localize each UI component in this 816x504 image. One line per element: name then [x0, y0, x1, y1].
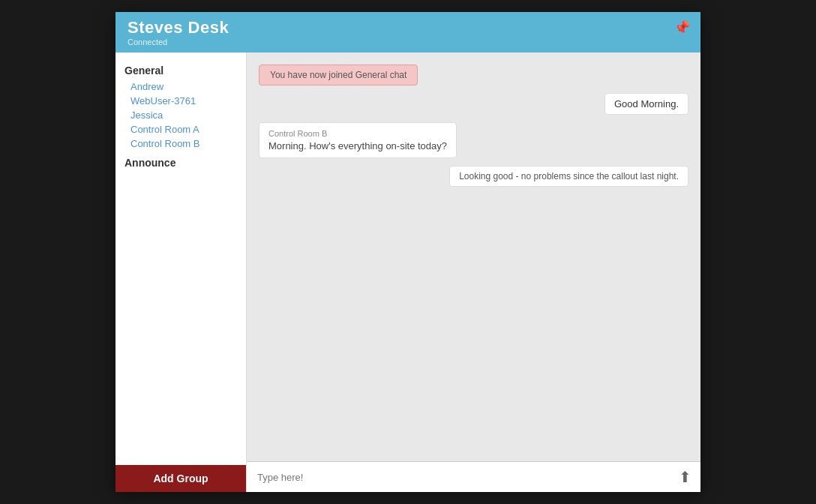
- messages-area: You have now joined General chat Good Mo…: [247, 52, 700, 461]
- outgoing-message-text: Good Morning.: [614, 98, 679, 110]
- sidebar-item-control-room-b[interactable]: Control Room B: [124, 136, 237, 151]
- app-subtitle: Connected: [128, 38, 167, 46]
- message-input[interactable]: [247, 464, 670, 490]
- add-group-button[interactable]: Add Group: [116, 465, 246, 492]
- pin-icon[interactable]: 📌: [674, 20, 690, 36]
- sidebar-item-andrew[interactable]: Andrew: [124, 80, 237, 94]
- sidebar-item-webuser[interactable]: WebUser-3761: [124, 94, 237, 108]
- incoming-message-wrapper: Control Room B Morning. How's everything…: [259, 122, 457, 158]
- incoming-message-text: Morning. How's everything on-site today?: [268, 140, 447, 152]
- sidebar-group-general: General: [124, 64, 237, 76]
- app-title: Steves Desk: [128, 18, 229, 38]
- chat-area: You have now joined General chat Good Mo…: [247, 52, 700, 492]
- sidebar-item-jessica[interactable]: Jessica: [124, 108, 237, 122]
- outgoing-message: Good Morning.: [604, 93, 688, 115]
- system-message-bubble: You have now joined General chat: [259, 64, 418, 86]
- system-message-text: You have now joined General chat: [270, 70, 406, 80]
- incoming-message-sender: Control Room B: [268, 129, 447, 138]
- send-button[interactable]: ⬆: [670, 462, 700, 492]
- sidebar-item-control-room-a[interactable]: Control Room A: [124, 122, 237, 136]
- main-content: General Andrew WebUser-3761 Jessica Cont…: [116, 52, 700, 492]
- sidebar: General Andrew WebUser-3761 Jessica Cont…: [116, 52, 247, 492]
- sidebar-item-announce[interactable]: Announce: [124, 151, 237, 172]
- sidebar-list: General Andrew WebUser-3761 Jessica Cont…: [116, 52, 246, 465]
- title-bar: Steves Desk Connected 📌: [116, 12, 700, 52]
- input-area: ⬆: [247, 461, 700, 492]
- app-window: Steves Desk Connected 📌 General Andrew W…: [116, 12, 700, 492]
- reply-message-text: Looking good - no problems since the cal…: [459, 171, 679, 182]
- reply-message: Looking good - no problems since the cal…: [449, 166, 688, 187]
